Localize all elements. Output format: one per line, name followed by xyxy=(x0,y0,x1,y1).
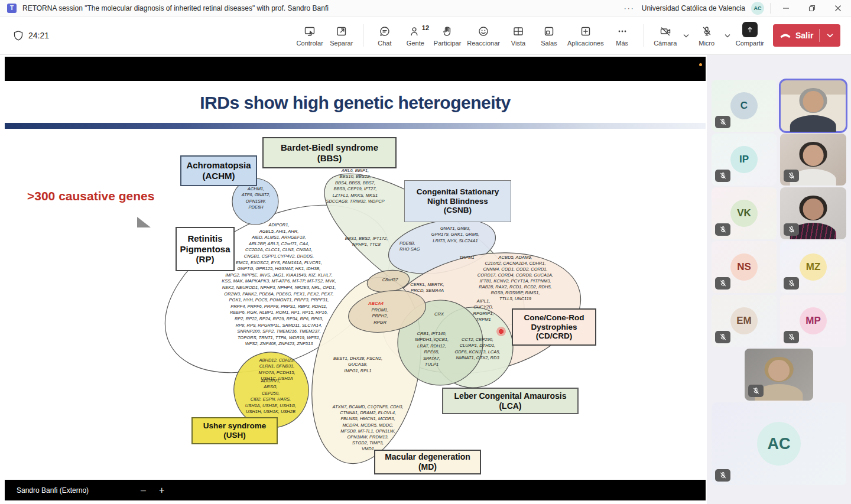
bbs-label-box: Bardet-Biedl syndrome (BBS) xyxy=(262,137,397,168)
gene-list-best1: BEST1, DHX38, FSCN2, GUCA1B, IMPG1, RPL1 xyxy=(324,356,392,374)
participant-tile-ip[interactable]: IP xyxy=(712,134,777,186)
rp-label-box: Retinitis Pigmentosa (RP) xyxy=(176,227,235,271)
camera-chevron-button[interactable] xyxy=(681,19,691,52)
titlebar-divider xyxy=(770,3,771,14)
participant-video[interactable] xyxy=(780,134,846,186)
stage-bottom-bar: Sandro Banfi (Externo) – + xyxy=(5,480,706,500)
mic-off-badge xyxy=(784,223,799,236)
toolbar-divider xyxy=(644,24,644,47)
participant-tile-vk[interactable]: VK xyxy=(712,187,777,239)
titlebar-overflow-menu[interactable]: ··· xyxy=(624,4,635,12)
separar-button[interactable]: Separar xyxy=(326,19,357,52)
meeting-title: RETORNA session "The molecular diagnosis… xyxy=(22,4,329,12)
slide-triangle-mark xyxy=(137,217,151,227)
breakout-rooms-icon xyxy=(543,24,555,37)
leave-chevron-button[interactable] xyxy=(820,33,840,38)
avatar: MZ xyxy=(800,253,827,281)
zoom-out-button[interactable]: – xyxy=(141,485,146,496)
gene-list-aipl: AIPL1, GUCY2D, RPGRIP1, TRPM1 xyxy=(463,298,504,323)
gene-list-md: ATXN7, BCAMD, C1QTNF5, CDH3, CTNNA1, DRA… xyxy=(313,404,423,453)
slide-content: IRDs show high genetic heterogeneity >30… xyxy=(5,81,706,480)
gene-list-abca4: ABCA4 PROM1, PRPH2, RPGR xyxy=(350,295,401,331)
gene-list-lca: CCT2, CEP290, CLUAP1, DTHD1, GDF6, KCNJ1… xyxy=(439,337,516,362)
participar-button[interactable]: Participar xyxy=(431,19,464,52)
smiley-icon xyxy=(478,24,489,37)
restore-button[interactable] xyxy=(799,0,825,16)
vista-button[interactable]: Vista xyxy=(503,19,534,52)
video-frame xyxy=(780,80,846,132)
org-name: Universidad Católica de Valencia xyxy=(642,4,745,12)
gene-list-c8orf37: C8orf37 xyxy=(372,277,408,283)
mic-off-badge xyxy=(715,223,730,236)
share-screen-icon xyxy=(742,22,758,37)
monitor-control-icon xyxy=(304,24,316,37)
meeting-timer: 24:21 xyxy=(28,31,49,40)
camara-button[interactable]: Cámara xyxy=(650,19,681,52)
stage-top-bar xyxy=(5,57,706,81)
participant-tile-em[interactable]: EM xyxy=(712,295,777,347)
mic-off-icon xyxy=(701,24,713,37)
participant-video[interactable] xyxy=(745,349,813,401)
controlar-button[interactable]: Controlar xyxy=(294,19,326,52)
mic-off-badge xyxy=(715,116,730,128)
reaccionar-button[interactable]: Reaccionar xyxy=(464,19,503,52)
mic-off-badge xyxy=(715,170,730,182)
account-avatar[interactable]: AC xyxy=(751,2,764,15)
mas-button[interactable]: Más xyxy=(607,19,638,52)
gene-list-bbs: ARL6, BBIP1, BBS10, BBS12, BBS4, BBS5, B… xyxy=(308,168,402,204)
participant-tile-c[interactable]: C xyxy=(712,80,777,132)
lca-label-box: Leber Congenital Amaurosis (LCA) xyxy=(442,388,579,414)
avatar: C xyxy=(730,92,758,119)
avatar: EM xyxy=(730,307,758,334)
participant-video-speaker[interactable] xyxy=(780,80,846,132)
meeting-toolbar: 24:21 Controlar Separar Chat 12 Gente Pa… xyxy=(0,17,851,55)
md-label-box: Macular degeneration (MD) xyxy=(374,450,481,474)
minimize-button[interactable] xyxy=(773,0,799,16)
shield-icon xyxy=(13,30,24,41)
participant-count: 12 xyxy=(422,24,429,31)
zoom-in-button[interactable]: + xyxy=(159,485,164,496)
mic-off-badge xyxy=(715,331,730,343)
more-dots-icon xyxy=(616,24,628,37)
hangup-phone-icon xyxy=(779,31,792,40)
close-button[interactable] xyxy=(825,0,851,16)
aplicaciones-button[interactable]: Aplicaciones xyxy=(564,19,607,52)
participant-tile-ns[interactable]: NS xyxy=(712,241,777,293)
mic-off-badge xyxy=(715,469,730,482)
avatar: MP xyxy=(800,307,827,334)
gene-list-cerkl: CERKL, MERTK, PRCD, SEMA4A xyxy=(404,282,451,294)
gene-list-cdcrd: ACBD5, ADAM9, C21orf2, CACNA2D4, CDHR1, … xyxy=(459,255,571,302)
participant-tile-mp[interactable]: MP xyxy=(780,295,846,347)
camera-off-icon xyxy=(660,24,671,37)
compartir-button[interactable]: Compartir xyxy=(733,19,767,52)
toolbar-divider xyxy=(363,24,363,47)
presentation-stage: IRDs show high genetic heterogeneity >30… xyxy=(5,57,706,500)
popout-icon xyxy=(336,24,347,37)
participant-tile-ac[interactable]: AC xyxy=(712,402,846,485)
avatar: VK xyxy=(730,200,758,227)
salas-button[interactable]: Salas xyxy=(534,19,564,52)
ush-label-box: Usher syndrome (USH) xyxy=(191,417,278,444)
chat-button[interactable]: Chat xyxy=(369,19,400,52)
participant-tile-mz[interactable]: MZ xyxy=(780,241,846,293)
raise-hand-icon xyxy=(441,24,453,37)
mic-off-badge xyxy=(784,331,799,343)
avatar: AC xyxy=(757,422,801,466)
csnb-label-box: Congenital Stationary Night Blindness (C… xyxy=(404,180,511,222)
participant-video[interactable] xyxy=(780,187,846,239)
apps-plus-icon xyxy=(580,24,592,37)
micro-button[interactable]: Micro xyxy=(691,19,722,52)
avatar: NS xyxy=(730,253,758,281)
mic-chevron-button[interactable] xyxy=(722,19,733,52)
presenter-name: Sandro Banfi (Externo) xyxy=(17,486,89,495)
gene-list-pde6b: PDE6B, RHO SAG xyxy=(399,240,433,253)
abca4-highlight: ABCA4 xyxy=(368,301,384,306)
window-titlebar: T RETORNA session "The molecular diagnos… xyxy=(0,0,851,17)
mic-off-badge xyxy=(748,385,764,397)
gente-button[interactable]: 12 Gente xyxy=(400,19,431,52)
chat-icon xyxy=(379,24,391,37)
mic-off-badge xyxy=(784,170,799,182)
achm-label-box: Achromatopsia (ACHM) xyxy=(180,155,257,186)
laser-pointer-dot xyxy=(496,327,506,336)
salir-button[interactable]: Salir xyxy=(773,24,840,47)
